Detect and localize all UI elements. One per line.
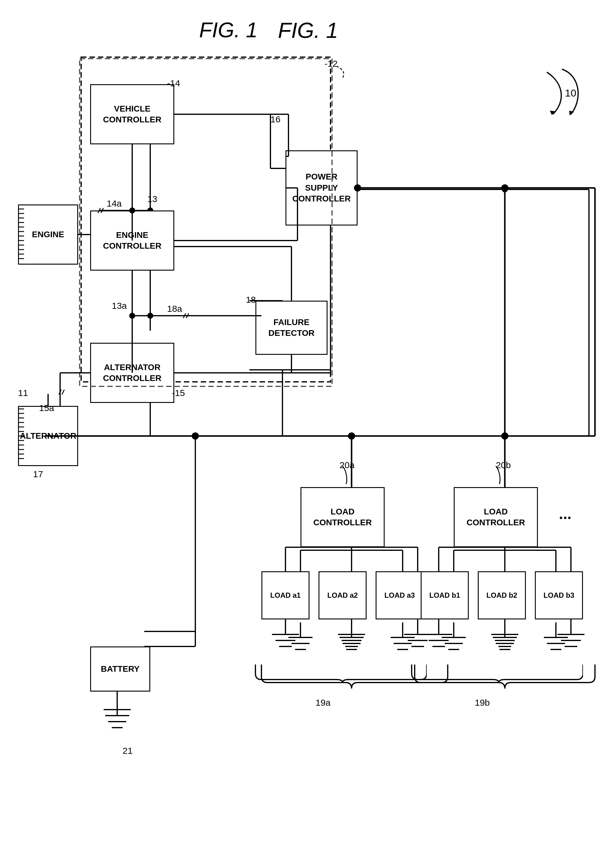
- alternator-controller-box: ALTERNATORCONTROLLER: [90, 343, 174, 403]
- label-15: -15: [172, 388, 185, 398]
- label-18: 18: [246, 295, 256, 305]
- load-a2-box: LOAD a2: [318, 571, 367, 619]
- continuation-dots: ...: [559, 505, 572, 523]
- label-18a: 18a: [167, 304, 182, 314]
- label-16: 16: [270, 114, 280, 125]
- load-a1-box: LOAD a1: [261, 571, 309, 619]
- label-20a: 20a: [340, 460, 355, 470]
- label-10: 10: [565, 87, 576, 99]
- label-19a: 19a: [315, 698, 330, 708]
- battery-box: BATTERY: [90, 647, 150, 691]
- load-b1-box: LOAD b1: [421, 571, 469, 619]
- svg-line-97: [183, 313, 186, 318]
- svg-point-84: [348, 432, 355, 440]
- load-controller-b-box: LOADCONTROLLER: [454, 487, 538, 547]
- figure-title: FIG. 1: [278, 18, 338, 43]
- alternator-box: ALTERNATOR: [18, 406, 78, 466]
- svg-point-83: [192, 432, 199, 440]
- brace-19a: [252, 662, 427, 685]
- label-12: -12: [324, 59, 337, 69]
- figure-title: FIG. 1: [199, 18, 258, 42]
- load-a3-box: LOAD a3: [375, 571, 424, 619]
- engine-box: ENGINE: [18, 204, 78, 265]
- svg-point-11: [502, 433, 508, 439]
- label-21: 21: [123, 746, 132, 756]
- label-14a: 14a: [107, 198, 122, 209]
- load-b3-box: LOAD b3: [535, 571, 583, 619]
- svg-line-110: [62, 390, 64, 394]
- power-supply-controller-box: POWERSUPPLYCONTROLLER: [286, 150, 358, 225]
- load-b2-box: LOAD b2: [478, 571, 526, 619]
- svg-marker-75: [550, 111, 555, 115]
- svg-point-85: [501, 432, 509, 440]
- engine-controller-box: ENGINECONTROLLER: [90, 210, 174, 271]
- label-17: 17: [33, 469, 43, 479]
- svg-line-109: [59, 390, 61, 394]
- vehicle-controller-box: VEHICLECONTROLLER: [90, 84, 174, 144]
- failure-detector-box: FAILUREDETECTOR: [255, 301, 327, 355]
- label-15a: 15a: [39, 403, 54, 413]
- brace-19b: [409, 662, 583, 685]
- svg-point-5: [502, 187, 508, 193]
- svg-point-79: [501, 184, 509, 191]
- label-13a: 13a: [112, 301, 127, 311]
- load-controller-a-box: LOADCONTROLLER: [301, 487, 384, 547]
- label-13: 13: [147, 194, 157, 204]
- svg-point-10: [349, 433, 355, 439]
- svg-point-18: [147, 313, 153, 319]
- diagram: FIG. 1: [0, 0, 616, 841]
- label-20b: 20b: [496, 460, 511, 470]
- svg-point-94: [129, 313, 135, 319]
- label-11: 11: [18, 388, 28, 398]
- svg-line-98: [186, 313, 189, 318]
- label-19b: 19b: [475, 698, 490, 708]
- svg-marker-158: [569, 111, 574, 115]
- svg-point-9: [192, 433, 198, 439]
- label-14: -14: [167, 78, 180, 88]
